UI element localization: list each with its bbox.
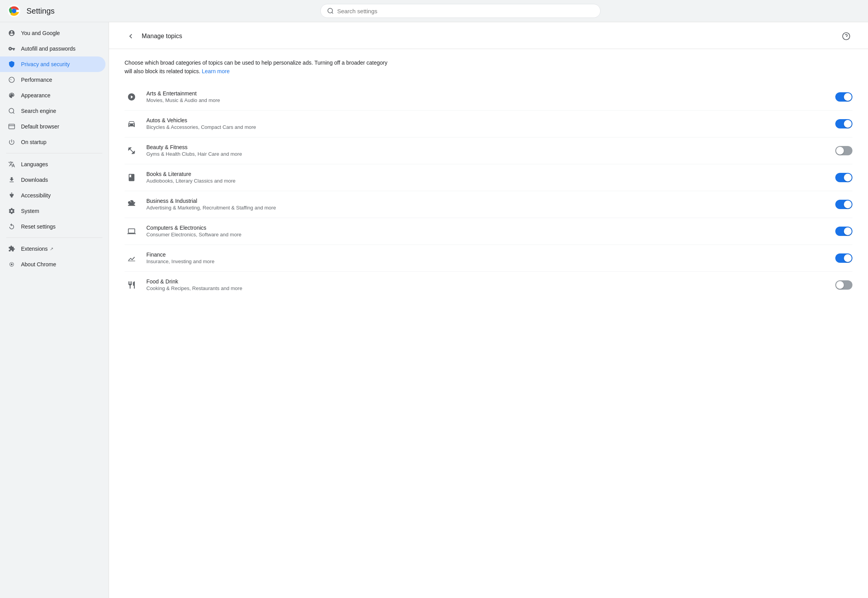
topics-list: Arts & Entertainment Movies, Music & Aud…: [109, 84, 868, 298]
topic-sub-autos: Bicycles & Accessories, Compact Cars and…: [146, 124, 828, 130]
toggle-beauty[interactable]: [835, 146, 852, 155]
sidebar-item-on-startup[interactable]: On startup: [0, 134, 105, 150]
description-text: Choose which broad categories of topics …: [125, 60, 387, 74]
browser-icon: [8, 123, 16, 130]
sidebar-item-privacy[interactable]: Privacy and security: [0, 56, 105, 72]
content-area: Manage topics Choose which broad categor…: [109, 22, 868, 598]
toggle-autos[interactable]: [835, 119, 852, 128]
sidebar-item-appearance[interactable]: Appearance: [0, 88, 105, 103]
topic-icon-computers: [125, 224, 139, 238]
topic-text-books: Books & Literature Audiobooks, Literary …: [146, 171, 828, 184]
svg-line-3: [332, 12, 333, 13]
sidebar-label-you-google: You and Google: [21, 30, 60, 36]
search-bar[interactable]: [320, 4, 601, 18]
app-container: Settings You and Google Au: [0, 0, 868, 598]
topic-icon-food: [125, 278, 139, 292]
sidebar-label-accessibility: Accessibility: [21, 192, 51, 199]
main-layout: You and Google Autofill and passwords Pr…: [0, 22, 868, 598]
sidebar-label-appearance: Appearance: [21, 92, 51, 98]
sidebar-item-performance[interactable]: Performance: [0, 72, 105, 88]
topic-sub-arts: Movies, Music & Audio and more: [146, 97, 828, 103]
toggle-computers[interactable]: [835, 227, 852, 236]
topic-sub-business: Advertising & Marketing, Recruitment & S…: [146, 205, 828, 211]
sidebar-label-autofill: Autofill and passwords: [21, 46, 76, 52]
help-button[interactable]: [840, 30, 852, 42]
sidebar-label-downloads: Downloads: [21, 177, 48, 183]
sidebar-item-system[interactable]: System: [0, 203, 105, 219]
appearance-icon: [8, 91, 16, 99]
sidebar-label-default-browser: Default browser: [21, 123, 59, 130]
sidebar-label-about: About Chrome: [21, 261, 56, 267]
topic-name-autos: Autos & Vehicles: [146, 117, 828, 123]
topic-name-arts: Arts & Entertainment: [146, 90, 828, 97]
content-header-left: Manage topics: [125, 30, 182, 42]
reset-icon: [8, 223, 16, 230]
topic-icon-beauty: [125, 144, 139, 158]
topic-text-computers: Computers & Electronics Consumer Electro…: [146, 225, 828, 237]
topic-sub-computers: Consumer Electronics, Software and more: [146, 232, 828, 237]
topic-name-finance: Finance: [146, 252, 828, 258]
topic-icon-business: [125, 197, 139, 211]
search-input[interactable]: [337, 8, 594, 14]
sidebar-label-privacy: Privacy and security: [21, 61, 70, 67]
download-icon: [8, 176, 16, 184]
search-icon: [327, 7, 334, 14]
svg-rect-6: [9, 124, 15, 129]
sidebar-item-accessibility[interactable]: Accessibility: [0, 188, 105, 203]
external-link-icon: ↗: [50, 246, 53, 252]
svg-point-8: [11, 193, 12, 194]
topic-icon-autos: [125, 117, 139, 131]
topic-text-arts: Arts & Entertainment Movies, Music & Aud…: [146, 90, 828, 103]
toggle-business[interactable]: [835, 200, 852, 209]
topic-icon-arts: [125, 90, 139, 104]
content-header: Manage topics: [109, 22, 868, 49]
sidebar-item-you-google[interactable]: You and Google: [0, 25, 105, 41]
svg-point-4: [9, 108, 14, 113]
svg-point-10: [11, 264, 13, 266]
extensions-label-group: Extensions ↗: [21, 246, 53, 252]
sidebar-item-about[interactable]: About Chrome: [0, 257, 105, 272]
topic-item-food: Food & Drink Cooking & Recipes, Restaura…: [125, 272, 852, 298]
sidebar-item-extensions[interactable]: Extensions ↗: [0, 241, 105, 257]
topic-item-beauty: Beauty & Fitness Gyms & Health Clubs, Ha…: [125, 137, 852, 164]
shield-icon: [8, 60, 16, 68]
sidebar-item-reset[interactable]: Reset settings: [0, 219, 105, 234]
sidebar-label-extensions: Extensions: [21, 246, 47, 252]
back-button[interactable]: [125, 30, 137, 42]
topic-icon-finance: [125, 251, 139, 265]
about-chrome-icon: [8, 260, 16, 268]
topic-text-finance: Finance Insurance, Investing and more: [146, 252, 828, 264]
key-icon: [8, 45, 16, 53]
toggle-books[interactable]: [835, 173, 852, 182]
topic-icon-books: [125, 171, 139, 185]
sidebar-label-search-engine: Search engine: [21, 108, 56, 114]
topic-sub-books: Audiobooks, Literary Classics and more: [146, 178, 828, 184]
extensions-icon: [8, 245, 16, 253]
sidebar-item-downloads[interactable]: Downloads: [0, 172, 105, 188]
topic-name-business: Business & Industrial: [146, 198, 828, 204]
toggle-arts[interactable]: [835, 92, 852, 102]
translate-icon: [8, 160, 16, 168]
sidebar: You and Google Autofill and passwords Pr…: [0, 22, 109, 598]
top-bar: Settings: [0, 0, 868, 22]
topic-item-books: Books & Literature Audiobooks, Literary …: [125, 164, 852, 191]
learn-more-link[interactable]: Learn more: [202, 68, 230, 74]
topic-text-business: Business & Industrial Advertising & Mark…: [146, 198, 828, 211]
topic-name-computers: Computers & Electronics: [146, 225, 828, 231]
sidebar-item-autofill[interactable]: Autofill and passwords: [0, 41, 105, 56]
topic-sub-finance: Insurance, Investing and more: [146, 259, 828, 264]
toggle-food[interactable]: [835, 280, 852, 290]
topic-item-business: Business & Industrial Advertising & Mark…: [125, 191, 852, 218]
sidebar-divider-2: [6, 237, 102, 238]
sidebar-item-search-engine[interactable]: Search engine: [0, 103, 105, 119]
sidebar-label-performance: Performance: [21, 77, 52, 83]
gauge-icon: [8, 76, 16, 84]
sidebar-label-on-startup: On startup: [21, 139, 46, 145]
svg-point-2: [328, 8, 332, 13]
sidebar-item-default-browser[interactable]: Default browser: [0, 119, 105, 134]
toggle-finance[interactable]: [835, 253, 852, 263]
description-block: Choose which broad categories of topics …: [109, 49, 405, 84]
sidebar-item-languages[interactable]: Languages: [0, 157, 105, 172]
topic-item-computers: Computers & Electronics Consumer Electro…: [125, 218, 852, 245]
svg-point-1: [12, 9, 16, 13]
